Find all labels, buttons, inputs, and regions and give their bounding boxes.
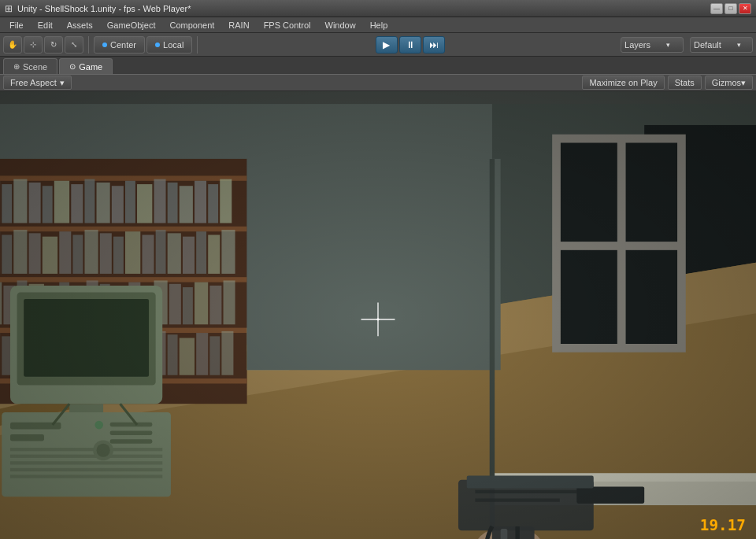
tab-game[interactable]: ⊙ Game	[59, 58, 113, 74]
game-tab-label: Game	[79, 62, 102, 72]
menu-window[interactable]: Window	[319, 19, 362, 31]
stats-button[interactable]: Stats	[668, 76, 702, 90]
menu-component[interactable]: Component	[163, 19, 220, 31]
menu-edit[interactable]: Edit	[32, 19, 59, 31]
menu-assets[interactable]: Assets	[61, 19, 99, 31]
close-button[interactable]: ✕	[739, 3, 751, 14]
hand-tool-button[interactable]: ✋	[3, 36, 22, 54]
scene-tab-icon: ⊕	[13, 62, 20, 71]
maximize-on-play-button[interactable]: Maximize on Play	[582, 76, 664, 90]
svg-rect-128	[0, 91, 756, 539]
menu-gameobject[interactable]: GameObject	[101, 19, 162, 31]
center-toggle[interactable]: Center	[94, 36, 145, 54]
toolbar: ✋ ⊹ ↻ ⤡ Center Local ▶ ⏸ ⏭ Layers Defaul	[0, 33, 756, 57]
center-dot	[102, 42, 107, 47]
center-label: Center	[110, 40, 136, 50]
unity-icon: ⊞	[5, 3, 13, 14]
free-aspect-arrow: ▾	[60, 78, 65, 88]
step-button[interactable]: ⏭	[423, 36, 445, 54]
svg-text:19.17: 19.17	[700, 516, 746, 534]
menu-fps-control[interactable]: FPS Control	[258, 19, 317, 31]
layers-dropdown[interactable]: Layers	[621, 37, 684, 53]
menu-bar: File Edit Assets GameObject Component RA…	[0, 17, 756, 33]
minimize-button[interactable]: —	[710, 3, 723, 14]
pivot-group: Center Local	[94, 36, 198, 54]
default-label: Default	[694, 40, 721, 50]
rotate-tool-button[interactable]: ↻	[44, 36, 63, 54]
tab-scene[interactable]: ⊕ Scene	[3, 58, 57, 74]
gizmos-arrow: ▾	[741, 78, 746, 88]
local-label: Local	[163, 40, 183, 50]
viewport-options: Maximize on Play Stats Gizmos ▾	[582, 76, 753, 90]
free-aspect-button[interactable]: Free Aspect ▾	[3, 76, 72, 90]
title-bar: ⊞ Unity - ShellShock 1.unity - fps - Web…	[0, 0, 756, 17]
layers-label: Layers	[624, 40, 650, 50]
menu-rain[interactable]: RAIN	[222, 19, 255, 31]
local-toggle[interactable]: Local	[146, 36, 192, 54]
gizmos-button[interactable]: Gizmos ▾	[705, 76, 753, 90]
menu-help[interactable]: Help	[364, 19, 395, 31]
play-button[interactable]: ▶	[376, 36, 398, 54]
secondary-toolbar: Free Aspect ▾ Maximize on Play Stats Giz…	[0, 74, 756, 91]
window-controls: — □ ✕	[710, 3, 751, 14]
maximize-button[interactable]: □	[724, 3, 737, 14]
scene-tab-label: Scene	[23, 62, 47, 72]
game-viewport[interactable]: 19.17	[0, 91, 756, 539]
scale-tool-button[interactable]: ⤡	[65, 36, 83, 54]
tab-bar: ⊕ Scene ⊙ Game	[0, 57, 756, 74]
move-tool-button[interactable]: ⊹	[24, 36, 43, 54]
window-title: Unity - ShellShock 1.unity - fps - Web P…	[17, 4, 710, 13]
game-tab-icon: ⊙	[69, 62, 76, 71]
free-aspect-label: Free Aspect	[10, 78, 57, 87]
local-dot	[155, 42, 160, 47]
play-controls: ▶ ⏸ ⏭	[376, 36, 445, 54]
menu-file[interactable]: File	[3, 19, 30, 31]
scene-illustration: 19.17	[0, 91, 756, 539]
transform-tools: ✋ ⊹ ↻ ⤡	[3, 36, 89, 54]
gizmos-label: Gizmos	[712, 78, 741, 87]
pause-button[interactable]: ⏸	[399, 36, 421, 54]
layout-dropdown[interactable]: Default	[690, 37, 753, 53]
